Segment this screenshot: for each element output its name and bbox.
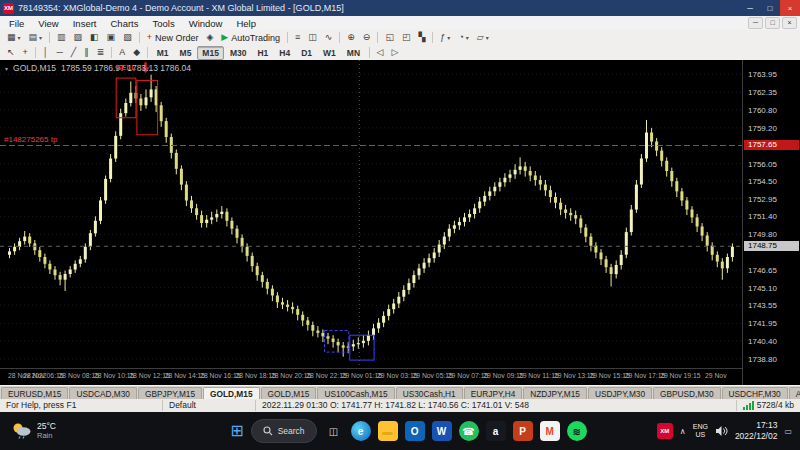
- candle-body: [412, 275, 415, 283]
- timeframe-m5-button[interactable]: M5: [175, 46, 197, 60]
- bar-chart-icon[interactable]: ≡: [291, 30, 303, 45]
- candle-body: [716, 255, 719, 262]
- clock-widget[interactable]: 17:13 2022/12/02: [735, 420, 778, 441]
- search-box[interactable]: Search: [251, 419, 317, 443]
- candlestick-chart-icon[interactable]: ◫: [305, 30, 321, 45]
- menu-item-insert[interactable]: Insert: [66, 18, 104, 29]
- indicators-list-icon[interactable]: ƒ▾: [437, 30, 454, 45]
- candle-body: [600, 253, 603, 260]
- candle-body: [291, 307, 294, 309]
- amazon-icon[interactable]: a: [486, 421, 506, 441]
- volume-icon[interactable]: [715, 425, 728, 437]
- line-chart-icon[interactable]: ∿: [321, 30, 336, 45]
- cursor-icon[interactable]: ↖: [4, 45, 19, 60]
- new-chart-icon[interactable]: ▦▾: [4, 30, 25, 45]
- start-button[interactable]: ⊞: [230, 421, 243, 441]
- arrange-icons-icon[interactable]: ▚: [415, 30, 429, 45]
- timeframe-w1-button[interactable]: W1: [318, 46, 341, 60]
- menu-item-help[interactable]: Help: [229, 18, 263, 29]
- zoom-out-icon[interactable]: ⊖: [359, 30, 374, 45]
- cascade-windows-icon[interactable]: ◰: [398, 30, 414, 45]
- candle-body: [483, 196, 486, 202]
- timeframe-d1-button[interactable]: D1: [296, 46, 317, 60]
- trendline-icon[interactable]: ╱: [67, 45, 79, 60]
- menu-item-charts[interactable]: Charts: [104, 18, 146, 29]
- menu-item-view[interactable]: View: [31, 18, 65, 29]
- toolbar-separator: [377, 32, 378, 43]
- candle-body: [589, 237, 592, 246]
- arrows-tool-icon[interactable]: ◆: [130, 45, 144, 60]
- time-label: 29 Nov 03:15: [377, 372, 417, 379]
- market-watch-icon[interactable]: ▥: [54, 30, 70, 45]
- status-profile[interactable]: Default: [163, 400, 256, 411]
- candle-body: [160, 105, 163, 121]
- minimize-button[interactable]: ─: [740, 0, 760, 16]
- candle-body: [579, 219, 582, 228]
- horizontal-line-icon[interactable]: ─: [53, 45, 66, 60]
- strategy-tester-icon[interactable]: ▧: [120, 30, 136, 45]
- task-view-icon[interactable]: ◫: [324, 421, 344, 441]
- timeframe-m15-button[interactable]: M15: [197, 46, 224, 60]
- equidistant-channel-icon[interactable]: ∥: [81, 45, 93, 60]
- gmail-icon[interactable]: M: [540, 421, 560, 441]
- spotify-icon[interactable]: ≋: [567, 421, 587, 441]
- candle-body: [286, 305, 289, 307]
- terminal-icon[interactable]: ▣: [103, 30, 119, 45]
- outlook-icon[interactable]: O: [405, 421, 425, 441]
- drawing-timeframe-toolbar: ↖+│─╱∥≣A◆M1M5M15M30H1H4D1W1MN◁▷: [0, 45, 800, 61]
- menu-item-window[interactable]: Window: [182, 18, 230, 29]
- timeframe-m1-button[interactable]: M1: [152, 46, 174, 60]
- tray-expand-icon[interactable]: ∧: [680, 427, 686, 436]
- annotation-box[interactable]: [137, 80, 158, 134]
- candle-body: [544, 185, 547, 191]
- candle-body: [584, 228, 587, 237]
- timeframe-m30-button[interactable]: M30: [225, 46, 252, 60]
- notifications-icon[interactable]: ▭: [784, 427, 792, 436]
- vertical-line-icon[interactable]: │: [39, 45, 52, 60]
- file-explorer-icon[interactable]: ▬: [378, 421, 398, 441]
- metaeditor-icon[interactable]: ◈: [203, 30, 217, 45]
- navigator-icon[interactable]: ◧: [87, 30, 103, 45]
- candle-body: [554, 197, 557, 203]
- profiles-icon[interactable]: ▤▾: [25, 30, 46, 45]
- close-button[interactable]: ×: [780, 0, 800, 16]
- chart-close-button[interactable]: ×: [782, 17, 797, 29]
- price-chart[interactable]: [0, 60, 742, 368]
- menu-item-file[interactable]: File: [2, 18, 31, 29]
- timeframe-h4-button[interactable]: H4: [274, 46, 295, 60]
- period-dropdown-icon[interactable]: ◔▾: [455, 30, 472, 45]
- step-forward-icon[interactable]: ▷: [388, 45, 402, 60]
- zoom-in-icon[interactable]: ⊕: [344, 30, 359, 45]
- edge-icon[interactable]: e: [351, 421, 371, 441]
- new-order-button[interactable]: +New Order: [143, 30, 202, 45]
- whatsapp-icon[interactable]: ☎: [459, 421, 479, 441]
- chart-restore-button[interactable]: □: [765, 17, 780, 29]
- weather-desc: Rain: [37, 432, 56, 441]
- template-icon[interactable]: ▱▾: [473, 30, 492, 45]
- powerpoint-icon[interactable]: P: [513, 421, 533, 441]
- step-back-icon[interactable]: ◁: [373, 45, 387, 60]
- fibonacci-icon[interactable]: ≣: [93, 45, 108, 60]
- crosshair-icon[interactable]: +: [19, 45, 31, 60]
- candle-body: [89, 233, 92, 247]
- statusbar: For Help, press F1 Default 2022.11.29 01…: [0, 399, 800, 412]
- data-window-icon[interactable]: ▨: [70, 30, 86, 45]
- price-axis[interactable]: 1763.951762.351760.801759.201756.051754.…: [742, 60, 800, 385]
- word-icon[interactable]: W: [432, 421, 452, 441]
- candle-body: [94, 221, 97, 234]
- autotrading-button[interactable]: ▶AutoTrading: [218, 30, 284, 45]
- time-axis[interactable]: 28 Nov 202228 Nov 06:1528 Nov 08:1528 No…: [0, 368, 742, 386]
- xm-tray-icon[interactable]: XM: [657, 423, 673, 439]
- menu-item-tools[interactable]: Tools: [145, 18, 181, 29]
- weather-widget[interactable]: 25°C Rain: [0, 422, 160, 440]
- timeframe-h1-button[interactable]: H1: [252, 46, 273, 60]
- tile-windows-icon[interactable]: ◱: [382, 30, 398, 45]
- restore-button[interactable]: □: [760, 0, 780, 16]
- time-label: 29 Nov 05:15: [412, 372, 452, 379]
- chart-minimize-button[interactable]: ─: [748, 17, 763, 29]
- candle-body: [64, 274, 67, 280]
- text-label-icon[interactable]: A: [116, 45, 129, 60]
- timeframe-mn-button[interactable]: MN: [342, 46, 365, 60]
- price-tick: 1763.95: [748, 70, 777, 79]
- language-switcher[interactable]: ENG US: [693, 423, 708, 440]
